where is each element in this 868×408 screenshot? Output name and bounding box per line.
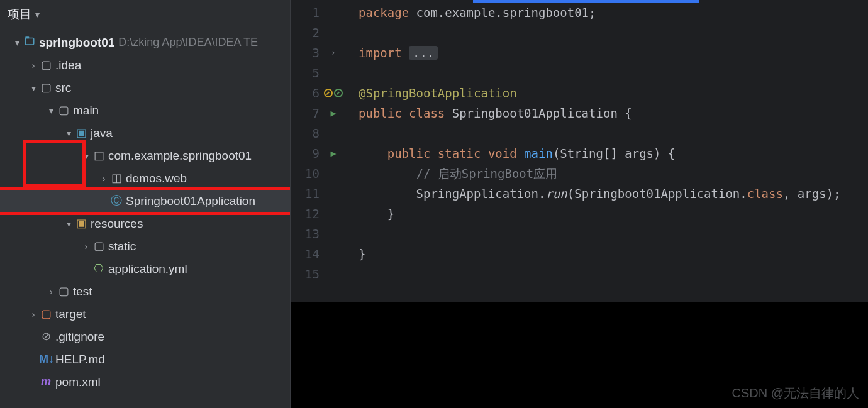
tree-label: src (55, 81, 71, 96)
tree-label: pom.xml (55, 375, 101, 390)
yaml-icon: ⎔ (92, 262, 106, 276)
tree-label: static (108, 240, 136, 254)
chevron-down-icon: ▾ (35, 9, 40, 19)
tree-node-package[interactable]: ▾ ◫ com.example.springboot01 (0, 145, 290, 167)
tree-label: Springboot01Application (126, 194, 255, 209)
line-number: 2 (291, 23, 320, 43)
tree-node-idea[interactable]: › ▢ .idea (0, 54, 290, 77)
chevron-right-icon: › (98, 174, 109, 184)
tree-label: com.example.springboot01 (108, 149, 252, 163)
resources-folder-icon: ▣ (74, 217, 88, 231)
chevron-down-icon: ▾ (28, 83, 39, 94)
tree-label: java (91, 126, 113, 141)
package-icon: ◫ (92, 149, 106, 163)
chevron-down-icon: ▾ (45, 106, 57, 116)
project-path: D:\zking App\IDEA\IDEA TE (118, 36, 258, 50)
tree-node-main[interactable]: ▾ ▢ main (0, 99, 290, 122)
tree-node-resources[interactable]: ▾ ▣ resources (0, 212, 290, 235)
chevron-down-icon: ▾ (81, 151, 92, 162)
tree-label: .idea (55, 58, 81, 73)
run-icon[interactable]: ▶ (330, 143, 336, 163)
chevron-down-icon: ▾ (63, 128, 74, 139)
line-number: 5 (291, 63, 320, 83)
tree-node-applicationyml[interactable]: ⎔ application.yml (0, 258, 290, 280)
tree-label: resources (91, 217, 143, 231)
package-icon: ◫ (109, 172, 123, 185)
run-icon[interactable]: ▶ (330, 103, 336, 123)
line-number: 15 (291, 264, 320, 284)
code-area[interactable]: 1 2 3› 5 6 7▶ 8 9▶ 10 11 12 13 14 15 pac… (291, 3, 868, 302)
folder-icon: ▢ (92, 240, 106, 253)
line-number: 1 (291, 3, 320, 23)
tree-node-src[interactable]: ▾ ▢ src (0, 77, 290, 99)
folder-icon: ▢ (57, 104, 70, 118)
chevron-right-icon: › (81, 241, 92, 252)
project-name: springboot01 (39, 36, 114, 50)
chevron-right-icon: › (45, 287, 57, 297)
editor-source[interactable]: package com.example.springboot01;import … (352, 3, 868, 302)
folder-icon: ▢ (39, 58, 53, 72)
tree-node-test[interactable]: › ▢ test (0, 280, 290, 303)
tree-label: HELP.md (55, 353, 105, 367)
editor-gutter: 1 2 3› 5 6 7▶ 8 9▶ 10 11 12 13 14 15 (291, 3, 352, 302)
watermark: CSDN @无法自律的人 (732, 385, 859, 402)
tree-label: target (55, 307, 86, 322)
line-number: 14 (291, 244, 320, 264)
line-number: 11 (291, 184, 320, 204)
svg-rect-0 (25, 38, 34, 45)
svg-rect-1 (25, 36, 29, 38)
tree-label: .gitignore (55, 330, 104, 345)
tree-label: application.yml (108, 262, 187, 277)
maven-icon: m (39, 375, 53, 389)
line-number: 13 (291, 224, 320, 244)
target-folder-icon: ▢ (39, 307, 53, 321)
gitignore-icon: ⊘ (39, 330, 53, 344)
fold-icon[interactable]: › (331, 43, 336, 63)
tree-node-target[interactable]: › ▢ target (0, 303, 290, 326)
chevron-right-icon: › (28, 60, 39, 71)
java-class-icon: Ⓒ (109, 194, 123, 208)
chevron-right-icon: › (28, 309, 39, 320)
tree-node-static[interactable]: › ▢ static (0, 235, 290, 258)
line-number: 3 (291, 43, 320, 63)
chevron-down-icon: ▾ (63, 219, 74, 229)
project-sidebar: 项目 ▾ ▾ springboot01 D:\zking App\IDEA\ID… (0, 0, 291, 408)
line-number: 8 (291, 123, 320, 143)
module-icon (23, 35, 36, 50)
folder-icon: ▢ (57, 285, 70, 299)
bean-icon[interactable] (334, 89, 343, 97)
markdown-icon: M↓ (39, 353, 53, 367)
tree-node-helpmd[interactable]: M↓ HELP.md (0, 348, 290, 371)
chevron-down-icon: ▾ (11, 38, 23, 48)
bean-icon[interactable] (324, 89, 333, 97)
tree-node-appclass[interactable]: Ⓒ Springboot01Application (0, 190, 290, 212)
line-number: 12 (291, 204, 320, 224)
tree-node-demos[interactable]: › ◫ demos.web (0, 167, 290, 190)
tree-label: main (73, 104, 99, 118)
gutter-icons (320, 89, 347, 97)
project-tree: ▾ springboot01 D:\zking App\IDEA\IDEA TE… (0, 31, 290, 394)
project-header-label: 项目 (8, 6, 31, 23)
tree-label: test (73, 285, 92, 299)
folder-icon: ▢ (39, 81, 53, 95)
editor-panel: 1 2 3› 5 6 7▶ 8 9▶ 10 11 12 13 14 15 pac… (291, 0, 868, 408)
line-number: 9 (291, 143, 320, 163)
line-number: 10 (291, 163, 320, 184)
tree-node-java[interactable]: ▾ ▣ java (0, 122, 290, 145)
line-number: 6 (291, 83, 320, 103)
line-number: 7 (291, 103, 320, 123)
project-toolwindow-header[interactable]: 项目 ▾ (0, 0, 290, 31)
tree-node-pom[interactable]: m pom.xml (0, 371, 290, 394)
tree-project-root[interactable]: ▾ springboot01 D:\zking App\IDEA\IDEA TE (0, 31, 290, 54)
tree-node-gitignore[interactable]: ⊘ .gitignore (0, 326, 290, 348)
source-folder-icon: ▣ (74, 126, 88, 140)
tree-label: demos.web (126, 172, 187, 186)
